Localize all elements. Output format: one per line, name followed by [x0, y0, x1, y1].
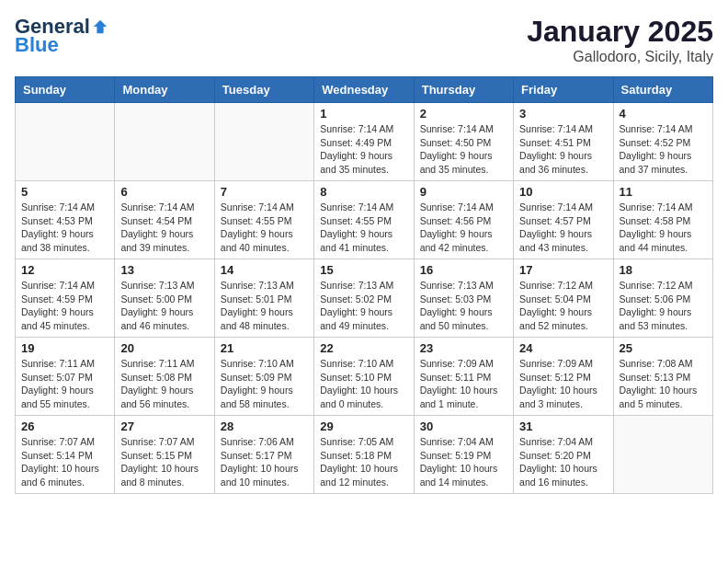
page-header: General Blue January 2025 Gallodoro, Sic… [15, 15, 713, 65]
cell-content: Sunrise: 7:13 AM Sunset: 5:01 PM Dayligh… [221, 279, 308, 333]
title-section: January 2025 Gallodoro, Sicily, Italy [527, 15, 713, 65]
cell-content: Sunrise: 7:14 AM Sunset: 4:59 PM Dayligh… [21, 279, 108, 333]
cell-content: Sunrise: 7:14 AM Sunset: 4:52 PM Dayligh… [620, 122, 707, 177]
calendar-cell: 27Sunrise: 7:07 AM Sunset: 5:15 PM Dayli… [115, 416, 214, 494]
cell-content: Sunrise: 7:10 AM Sunset: 5:10 PM Dayligh… [320, 357, 407, 411]
week-row-5: 26Sunrise: 7:07 AM Sunset: 5:14 PM Dayli… [16, 416, 713, 494]
calendar-cell: 24Sunrise: 7:09 AM Sunset: 5:12 PM Dayli… [514, 338, 613, 416]
cell-content: Sunrise: 7:12 AM Sunset: 5:04 PM Dayligh… [519, 279, 607, 333]
cell-content: Sunrise: 7:07 AM Sunset: 5:15 PM Dayligh… [120, 435, 208, 489]
calendar-cell: 6Sunrise: 7:14 AM Sunset: 4:54 PM Daylig… [115, 181, 214, 259]
svg-marker-0 [94, 20, 107, 33]
cell-content: Sunrise: 7:14 AM Sunset: 4:54 PM Dayligh… [120, 201, 208, 255]
day-number: 1 [320, 107, 407, 121]
cell-content: Sunrise: 7:09 AM Sunset: 5:11 PM Dayligh… [420, 357, 507, 411]
calendar-cell: 5Sunrise: 7:14 AM Sunset: 4:53 PM Daylig… [16, 181, 115, 259]
day-number: 5 [21, 185, 108, 199]
day-number: 15 [320, 263, 407, 277]
calendar-cell: 26Sunrise: 7:07 AM Sunset: 5:14 PM Dayli… [16, 416, 115, 494]
month-title: January 2025 [527, 15, 713, 49]
calendar-cell: 16Sunrise: 7:13 AM Sunset: 5:03 PM Dayli… [414, 259, 513, 338]
cell-content: Sunrise: 7:06 AM Sunset: 5:17 PM Dayligh… [221, 435, 308, 489]
calendar-cell: 31Sunrise: 7:04 AM Sunset: 5:20 PM Dayli… [514, 416, 613, 494]
calendar-cell [115, 103, 214, 181]
day-number: 6 [120, 185, 208, 199]
calendar-cell: 8Sunrise: 7:14 AM Sunset: 4:55 PM Daylig… [314, 181, 414, 259]
weekday-header-thursday: Thursday [414, 77, 513, 103]
location-title: Gallodoro, Sicily, Italy [527, 49, 713, 65]
day-number: 22 [320, 341, 407, 355]
week-row-3: 12Sunrise: 7:14 AM Sunset: 4:59 PM Dayli… [16, 259, 713, 338]
day-number: 2 [420, 107, 507, 121]
day-number: 26 [21, 419, 108, 433]
cell-content: Sunrise: 7:12 AM Sunset: 5:06 PM Dayligh… [620, 279, 707, 333]
day-number: 8 [320, 185, 407, 199]
cell-content: Sunrise: 7:14 AM Sunset: 4:55 PM Dayligh… [320, 201, 407, 255]
day-number: 30 [420, 419, 507, 433]
calendar-cell: 23Sunrise: 7:09 AM Sunset: 5:11 PM Dayli… [414, 338, 513, 416]
calendar-cell: 15Sunrise: 7:13 AM Sunset: 5:02 PM Dayli… [314, 259, 414, 338]
cell-content: Sunrise: 7:14 AM Sunset: 4:50 PM Dayligh… [420, 122, 507, 177]
weekday-header-tuesday: Tuesday [214, 77, 313, 103]
week-row-4: 19Sunrise: 7:11 AM Sunset: 5:07 PM Dayli… [16, 338, 713, 416]
calendar-cell: 18Sunrise: 7:12 AM Sunset: 5:06 PM Dayli… [613, 259, 712, 338]
cell-content: Sunrise: 7:04 AM Sunset: 5:19 PM Dayligh… [420, 435, 507, 489]
calendar-cell: 30Sunrise: 7:04 AM Sunset: 5:19 PM Dayli… [414, 416, 513, 494]
day-number: 10 [519, 185, 607, 199]
day-number: 17 [519, 263, 607, 277]
cell-content: Sunrise: 7:14 AM Sunset: 4:58 PM Dayligh… [620, 201, 707, 255]
cell-content: Sunrise: 7:05 AM Sunset: 5:18 PM Dayligh… [320, 435, 407, 489]
day-number: 18 [620, 263, 707, 277]
calendar-cell: 21Sunrise: 7:10 AM Sunset: 5:09 PM Dayli… [214, 338, 313, 416]
calendar-cell [214, 103, 313, 181]
cell-content: Sunrise: 7:14 AM Sunset: 4:56 PM Dayligh… [420, 201, 507, 255]
cell-content: Sunrise: 7:10 AM Sunset: 5:09 PM Dayligh… [221, 357, 308, 411]
calendar-cell: 28Sunrise: 7:06 AM Sunset: 5:17 PM Dayli… [214, 416, 313, 494]
logo-icon [92, 18, 108, 35]
calendar-cell: 20Sunrise: 7:11 AM Sunset: 5:08 PM Dayli… [115, 338, 214, 416]
cell-content: Sunrise: 7:09 AM Sunset: 5:12 PM Dayligh… [519, 357, 607, 411]
day-number: 13 [120, 263, 208, 277]
cell-content: Sunrise: 7:13 AM Sunset: 5:00 PM Dayligh… [120, 279, 208, 333]
day-number: 23 [420, 341, 507, 355]
calendar-cell: 12Sunrise: 7:14 AM Sunset: 4:59 PM Dayli… [16, 259, 115, 338]
cell-content: Sunrise: 7:11 AM Sunset: 5:08 PM Dayligh… [120, 357, 208, 411]
day-number: 29 [320, 419, 407, 433]
cell-content: Sunrise: 7:14 AM Sunset: 4:55 PM Dayligh… [221, 201, 308, 255]
cell-content: Sunrise: 7:14 AM Sunset: 4:53 PM Dayligh… [21, 201, 108, 255]
weekday-header-wednesday: Wednesday [314, 77, 414, 103]
day-number: 21 [221, 341, 308, 355]
cell-content: Sunrise: 7:14 AM Sunset: 4:49 PM Dayligh… [320, 122, 407, 177]
calendar-cell: 7Sunrise: 7:14 AM Sunset: 4:55 PM Daylig… [214, 181, 313, 259]
cell-content: Sunrise: 7:13 AM Sunset: 5:03 PM Dayligh… [420, 279, 507, 333]
weekday-header-sunday: Sunday [16, 77, 115, 103]
calendar-cell: 13Sunrise: 7:13 AM Sunset: 5:00 PM Dayli… [115, 259, 214, 338]
calendar-cell: 11Sunrise: 7:14 AM Sunset: 4:58 PM Dayli… [613, 181, 712, 259]
weekday-header-monday: Monday [115, 77, 214, 103]
day-number: 12 [21, 263, 108, 277]
day-number: 27 [120, 419, 208, 433]
calendar-cell [16, 103, 115, 181]
day-number: 20 [120, 341, 208, 355]
logo: General Blue [15, 15, 108, 57]
day-number: 11 [620, 185, 707, 199]
calendar-cell [613, 416, 712, 494]
day-number: 14 [221, 263, 308, 277]
calendar-cell: 22Sunrise: 7:10 AM Sunset: 5:10 PM Dayli… [314, 338, 414, 416]
calendar-cell: 10Sunrise: 7:14 AM Sunset: 4:57 PM Dayli… [514, 181, 613, 259]
calendar-cell: 3Sunrise: 7:14 AM Sunset: 4:51 PM Daylig… [514, 103, 613, 181]
cell-content: Sunrise: 7:11 AM Sunset: 5:07 PM Dayligh… [21, 357, 108, 411]
cell-content: Sunrise: 7:14 AM Sunset: 4:57 PM Dayligh… [519, 201, 607, 255]
calendar-cell: 17Sunrise: 7:12 AM Sunset: 5:04 PM Dayli… [514, 259, 613, 338]
cell-content: Sunrise: 7:07 AM Sunset: 5:14 PM Dayligh… [21, 435, 108, 489]
weekday-header-row: SundayMondayTuesdayWednesdayThursdayFrid… [16, 77, 713, 103]
week-row-2: 5Sunrise: 7:14 AM Sunset: 4:53 PM Daylig… [16, 181, 713, 259]
day-number: 25 [620, 341, 707, 355]
cell-content: Sunrise: 7:13 AM Sunset: 5:02 PM Dayligh… [320, 279, 407, 333]
calendar-cell: 29Sunrise: 7:05 AM Sunset: 5:18 PM Dayli… [314, 416, 414, 494]
day-number: 28 [221, 419, 308, 433]
week-row-1: 1Sunrise: 7:14 AM Sunset: 4:49 PM Daylig… [16, 103, 713, 181]
day-number: 3 [519, 107, 607, 121]
calendar-cell: 4Sunrise: 7:14 AM Sunset: 4:52 PM Daylig… [613, 103, 712, 181]
day-number: 24 [519, 341, 607, 355]
